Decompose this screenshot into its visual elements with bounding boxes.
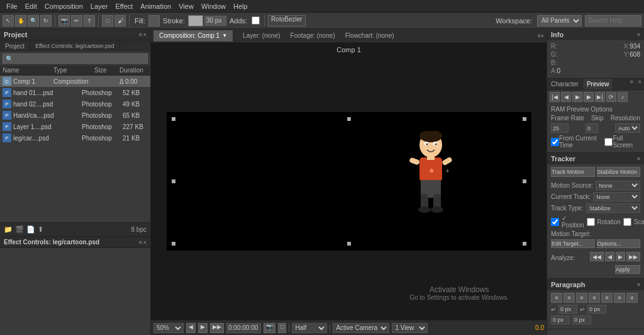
audio-btn[interactable]: ♪ (618, 92, 628, 102)
transform-handle-bc[interactable] (347, 242, 351, 246)
show-channel-btn[interactable]: □ (278, 323, 286, 333)
frame-rate-input[interactable] (551, 123, 569, 133)
transform-handle-tc[interactable] (347, 117, 351, 121)
analyze-next-btn[interactable]: ▶ (616, 252, 625, 261)
from-current-checkbox[interactable] (551, 138, 559, 146)
full-screen-checkbox[interactable] (604, 138, 613, 146)
pen-tool-icon[interactable]: ✏ (71, 15, 82, 26)
prev-frame-btn-2[interactable]: ◀ (561, 92, 571, 102)
char-preview-close-btn[interactable]: × (636, 79, 644, 89)
zoom-tool-icon[interactable]: 🔍 (28, 15, 39, 26)
next-frame-btn[interactable]: ▶▶ (210, 323, 224, 333)
new-item-btn[interactable]: 📄 (26, 225, 35, 234)
play-btn[interactable]: ▶ (198, 323, 208, 333)
prev-frame-btn[interactable]: ◀ (186, 323, 196, 333)
adds-checkbox[interactable] (252, 16, 260, 25)
tracker-panel-menu-btn[interactable]: ≡ (637, 156, 640, 162)
import-btn[interactable]: ⬆ (38, 225, 43, 234)
zoom-select[interactable]: 50% 100% 25% (153, 323, 184, 333)
stabilize-motion-btn[interactable]: Stabilize Motion (597, 167, 641, 177)
stroke-color-swatch[interactable] (188, 15, 203, 26)
workspace-select[interactable]: All Panels (537, 15, 582, 26)
resolution-select[interactable]: Half Full Quarter (292, 323, 327, 333)
rotation-checkbox[interactable] (587, 218, 595, 226)
shape-tool-icon[interactable]: □ (102, 15, 113, 26)
justify-left-btn[interactable]: ≡ (589, 293, 600, 303)
text-tool-icon[interactable]: T (84, 15, 95, 26)
hand-tool-icon[interactable]: ✋ (15, 15, 26, 26)
transform-handle-tr[interactable] (523, 117, 526, 121)
indent1-input[interactable] (558, 305, 577, 314)
snapshot-btn[interactable]: 📷 (264, 323, 275, 333)
transform-handle-tl[interactable] (172, 117, 175, 121)
list-item[interactable]: P leg/car....psd Photoshop 21 KB (0, 132, 150, 144)
comp-tab-dropdown-icon[interactable]: ▼ (222, 33, 227, 38)
panel-menu-btn[interactable]: ≡ (138, 31, 142, 38)
current-track-select[interactable]: None (593, 192, 640, 202)
last-frame-btn[interactable]: ▶| (595, 92, 605, 102)
tab-preview[interactable]: Preview (583, 79, 614, 89)
edit-target-btn[interactable]: Edit Target... (551, 239, 595, 248)
brush-tool-icon[interactable]: 🖌 (114, 15, 126, 26)
space-after-input[interactable] (572, 315, 591, 324)
transform-handle-bl[interactable] (172, 242, 175, 246)
composition-viewer[interactable]: Comp 1 (151, 43, 547, 320)
track-type-select[interactable]: Stabilize (586, 203, 640, 213)
motion-source-select[interactable]: None (596, 181, 640, 190)
space-before-input[interactable] (551, 315, 570, 324)
transform-handle-br[interactable] (523, 242, 526, 246)
analyze-prev-btn[interactable]: ◀ (605, 252, 614, 261)
menu-window[interactable]: Window (197, 3, 230, 10)
scale-checkbox[interactable] (623, 218, 631, 226)
list-item[interactable]: P hand 01....psd Photoshop 52 KB (0, 87, 150, 98)
ram-preview-options-label[interactable]: RAM Preview Options (551, 106, 640, 113)
paragraph-panel-header[interactable]: Paragraph ≡ (547, 279, 644, 290)
menu-animation[interactable]: Animation (136, 3, 175, 10)
next-frame-btn-2[interactable]: ▶ (584, 92, 594, 102)
play-btn-2[interactable]: ▶ (572, 92, 582, 102)
effect-panel-close-btn[interactable]: × (143, 239, 147, 246)
view-select[interactable]: 1 View 2 Views (392, 323, 428, 333)
apply-btn[interactable]: Apply (615, 265, 640, 274)
menu-effect[interactable]: Effect (111, 3, 136, 10)
align-center-btn[interactable]: ≡ (564, 293, 575, 303)
resolution-preview-select[interactable]: Auto Full Half (615, 123, 640, 133)
options-btn[interactable]: Options... (597, 239, 641, 248)
info-panel-menu-btn[interactable]: ≡ (637, 31, 640, 38)
loop-btn[interactable]: ⟳ (606, 92, 616, 102)
fill-color-swatch[interactable] (148, 15, 160, 26)
menu-help[interactable]: Help (230, 3, 252, 10)
analyze-back-btn[interactable]: ◀◀ (590, 252, 604, 261)
rotate-tool-icon[interactable]: ↻ (40, 15, 52, 26)
justify-all-btn[interactable]: ≡ (626, 293, 638, 303)
justify-center-btn[interactable]: ≡ (601, 293, 613, 303)
analyze-fwd-btn[interactable]: ▶▶ (626, 252, 640, 261)
menu-file[interactable]: File (3, 3, 21, 10)
info-panel-header[interactable]: Info ≡ (547, 29, 644, 40)
project-search-input[interactable] (3, 54, 148, 64)
viewer-panel-close-btn[interactable]: × (541, 33, 544, 39)
first-frame-btn[interactable]: |◀ (550, 92, 560, 102)
transform-handle-mr[interactable] (523, 179, 526, 183)
timecode-input[interactable] (226, 323, 261, 333)
effect-panel-menu-btn[interactable]: ≡ (138, 239, 142, 246)
transform-handle-ml[interactable] (172, 179, 175, 183)
menu-composition[interactable]: Composition (41, 3, 87, 10)
tab-character[interactable]: Character (547, 79, 583, 89)
indent2-input[interactable] (587, 305, 606, 314)
position-checkbox[interactable] (551, 218, 559, 226)
track-motion-btn[interactable]: Track Motion (551, 167, 595, 177)
search-input[interactable] (585, 15, 641, 26)
align-left-btn[interactable]: ≡ (551, 293, 562, 303)
paragraph-panel-menu-btn[interactable]: ≡ (637, 281, 640, 288)
roto-bezier-button[interactable]: RotoBezier (268, 15, 305, 26)
menu-view[interactable]: View (175, 3, 197, 10)
skip-input[interactable] (586, 123, 598, 133)
new-folder-btn[interactable]: 📁 (4, 225, 13, 234)
camera-select[interactable]: Active Camera (333, 323, 389, 333)
tracker-panel-header[interactable]: Tracker ≡ (547, 153, 644, 164)
camera-tool-icon[interactable]: 📷 (58, 15, 70, 26)
align-right-btn[interactable]: ≡ (576, 293, 587, 303)
list-item[interactable]: P Hand/ca....psd Photoshop 65 KB (0, 110, 150, 121)
panel-close-btn[interactable]: × (143, 31, 147, 38)
